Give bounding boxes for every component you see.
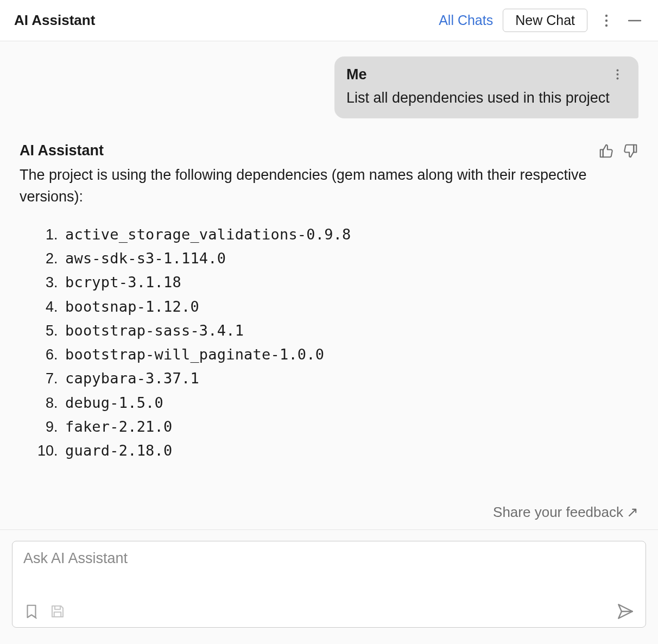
input-panel: Ask AI Assistant (0, 529, 658, 644)
user-message-bubble: Me List all dependencies used in this pr… (334, 56, 638, 118)
thumbs-up-icon[interactable] (598, 143, 615, 159)
dependency-item: guard-2.18.0 (62, 439, 638, 463)
new-chat-button[interactable]: New Chat (503, 9, 587, 32)
chat-conversation: Me List all dependencies used in this pr… (0, 41, 658, 469)
more-options-icon[interactable] (597, 11, 616, 30)
svg-point-4 (616, 70, 618, 72)
svg-point-0 (605, 14, 608, 16)
bookmark-icon[interactable] (23, 603, 40, 620)
user-author-label: Me (346, 66, 367, 83)
dependency-item: capybara-3.37.1 (62, 367, 638, 390)
share-feedback-link[interactable]: Share your feedback↗ (0, 500, 658, 529)
dependency-item: debug-1.5.0 (62, 391, 638, 415)
dependency-item: bootstrap-will_paginate-1.0.0 (62, 343, 638, 367)
svg-point-2 (605, 24, 608, 26)
user-message-more-icon[interactable] (608, 65, 627, 84)
all-chats-link[interactable]: All Chats (439, 12, 493, 28)
external-link-icon: ↗ (627, 504, 638, 520)
svg-point-5 (616, 73, 618, 75)
send-icon[interactable] (616, 602, 635, 621)
thumbs-down-icon[interactable] (622, 143, 638, 159)
dependency-item: bootsnap-1.12.0 (62, 295, 638, 319)
header-actions: All Chats New Chat (439, 9, 644, 32)
dependency-item: bcrypt-3.1.18 (62, 270, 638, 294)
dependency-item: active_storage_validations-0.9.8 (62, 223, 638, 247)
header-bar: AI Assistant All Chats New Chat (0, 0, 658, 41)
svg-point-1 (605, 19, 608, 21)
user-message-text: List all dependencies used in this proje… (346, 88, 627, 108)
share-feedback-label: Share your feedback (493, 504, 623, 520)
assistant-author-label: AI Assistant (20, 142, 104, 159)
save-icon[interactable] (49, 603, 66, 620)
assistant-intro-text: The project is using the following depen… (20, 165, 638, 207)
dependency-item: faker-2.21.0 (62, 415, 638, 439)
svg-point-6 (616, 78, 618, 80)
chat-input-placeholder: Ask AI Assistant (23, 550, 635, 567)
assistant-message: AI Assistant The project is using the fo… (20, 142, 638, 463)
minimize-icon[interactable] (625, 11, 644, 30)
chat-input[interactable]: Ask AI Assistant (12, 541, 646, 628)
dependency-list: active_storage_validations-0.9.8aws-sdk-… (20, 223, 638, 463)
dependency-item: bootstrap-sass-3.4.1 (62, 319, 638, 343)
panel-title: AI Assistant (14, 12, 95, 29)
dependency-item: aws-sdk-s3-1.114.0 (62, 247, 638, 270)
